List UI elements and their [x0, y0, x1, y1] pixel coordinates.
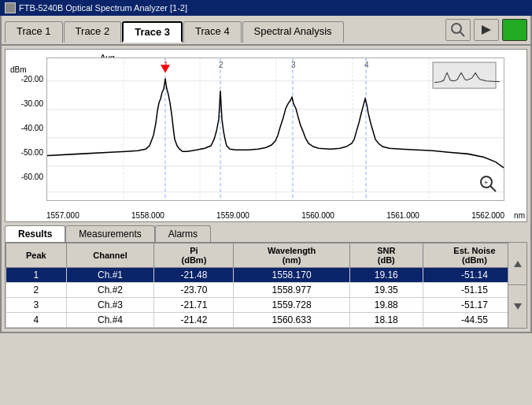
cell-peak: 4: [6, 313, 67, 328]
svg-marker-2: [482, 25, 491, 35]
col-peak: Peak: [6, 243, 67, 268]
svg-marker-21: [161, 65, 170, 72]
svg-text:4: 4: [364, 61, 369, 69]
tab-bar: Trace 1 Trace 2 Trace 3 Trace 4 Spectral…: [2, 16, 530, 46]
table-row[interactable]: 3Ch.#3-21.711559.72819.88-51.17: [6, 298, 526, 313]
svg-line-1: [460, 32, 465, 37]
search-button[interactable]: [445, 19, 471, 41]
tab-trace1[interactable]: Trace 1: [5, 21, 63, 43]
x-label-0: 1557.000: [46, 211, 79, 220]
cell-pi: -23.70: [154, 283, 234, 298]
y-label-5: -60.00: [9, 173, 43, 197]
cell-snr: 19.88: [349, 298, 423, 313]
dbm-label: dBm: [10, 65, 27, 74]
svg-text:3: 3: [291, 61, 296, 69]
tab-measurements[interactable]: Measurements: [65, 225, 154, 242]
scroll-down-icon: [513, 303, 523, 310]
scroll-up-button[interactable]: [508, 243, 526, 285]
col-pi: Pi(dBm): [154, 243, 234, 268]
chart-area: dBm Avg. -20.00 -30.00 -40.00 -50.00 -60…: [5, 49, 527, 222]
cell-peak: 3: [6, 298, 67, 313]
cell-snr: 18.18: [349, 313, 423, 328]
cell-wavelength: 1560.633: [234, 313, 349, 328]
svg-marker-27: [514, 303, 522, 310]
cell-peak: 1: [6, 268, 67, 283]
scroll-up-icon: [513, 260, 523, 268]
cell-snr: 19.16: [349, 268, 423, 283]
x-label-3: 1560.000: [301, 211, 334, 220]
scroll-down-button[interactable]: [508, 285, 526, 328]
y-label-1: -20.00: [9, 75, 43, 99]
cell-channel: Ch.#4: [66, 313, 154, 328]
y-label-2: -30.00: [9, 99, 43, 124]
cell-pi: -21.48: [154, 268, 234, 283]
tab-trace3[interactable]: Trace 3: [122, 21, 183, 43]
tab-actions: [445, 19, 527, 44]
main-container: Trace 1 Trace 2 Trace 3 Trace 4 Spectral…: [0, 16, 532, 333]
y-label-3: -40.00: [9, 124, 43, 148]
cell-wavelength: 1559.728: [234, 298, 349, 313]
tab-results[interactable]: Results: [5, 225, 65, 242]
tab-trace2[interactable]: Trace 2: [64, 21, 122, 43]
svg-point-0: [452, 24, 461, 33]
table-row[interactable]: 1Ch.#1-21.481558.17019.16-51.14: [6, 268, 526, 283]
results-table: Peak Channel Pi(dBm) Wavelength(nm) SNR(…: [6, 243, 526, 328]
tabs-left: Trace 1 Trace 2 Trace 3 Trace 4 Spectral…: [5, 21, 345, 43]
x-label-1: 1558.000: [131, 211, 164, 220]
cell-wavelength: 1558.977: [234, 283, 349, 298]
cell-pi: -21.42: [154, 313, 234, 328]
cell-wavelength: 1558.170: [234, 268, 349, 283]
cell-channel: Ch.#3: [66, 298, 154, 313]
table-header-row: Peak Channel Pi(dBm) Wavelength(nm) SNR(…: [6, 243, 526, 268]
chart-svg: 1 2 3 4: [47, 58, 504, 200]
cell-snr: 19.35: [349, 283, 423, 298]
results-tab-bar: Results Measurements Alarms: [5, 225, 527, 242]
tab-spectral[interactable]: Spectral Analysis: [242, 21, 344, 43]
tab-alarms[interactable]: Alarms: [155, 225, 211, 242]
table-row[interactable]: 4Ch.#4-21.421560.63318.18-44.55: [6, 313, 526, 328]
x-label-4: 1561.000: [386, 211, 419, 220]
zoom-chart-button[interactable]: +: [478, 173, 498, 196]
title-bar: FTB-5240B Optical Spectrum Analyzer [1-2…: [0, 0, 532, 16]
y-axis: -20.00 -30.00 -40.00 -50.00 -60.00: [9, 75, 43, 197]
svg-text:2: 2: [219, 61, 224, 69]
tab-trace4[interactable]: Trace 4: [183, 21, 242, 43]
x-axis: 1557.000 1558.000 1559.000 1560.000 1561…: [46, 211, 504, 220]
cell-pi: -21.71: [154, 298, 234, 313]
svg-marker-26: [514, 261, 522, 267]
col-channel: Channel: [66, 243, 154, 268]
scroll-arrows: [508, 243, 526, 328]
svg-text:+: +: [484, 179, 488, 187]
cell-channel: Ch.#1: [66, 268, 154, 283]
col-snr: SNR(dB): [349, 243, 423, 268]
x-label-2: 1559.000: [216, 211, 249, 220]
arrow-right-icon: [479, 23, 493, 37]
table-row[interactable]: 2Ch.#2-23.701558.97719.35-51.15: [6, 283, 526, 298]
data-table-container: Peak Channel Pi(dBm) Wavelength(nm) SNR(…: [5, 242, 527, 329]
app-icon: [5, 2, 16, 13]
svg-rect-22: [433, 62, 496, 88]
nm-label: nm: [514, 211, 525, 220]
cell-peak: 2: [6, 283, 67, 298]
zoom-icon: +: [478, 173, 498, 194]
y-label-4: -50.00: [9, 148, 43, 173]
svg-line-24: [490, 186, 496, 191]
green-indicator: [502, 19, 527, 41]
window-title: FTB-5240B Optical Spectrum Analyzer [1-2…: [19, 3, 187, 13]
x-label-5: 1562.000: [471, 211, 504, 220]
arrow-right-button[interactable]: [474, 19, 499, 41]
cell-channel: Ch.#2: [66, 283, 154, 298]
col-wavelength: Wavelength(nm): [234, 243, 349, 268]
search-icon: [449, 21, 467, 39]
chart-inner: 1 2 3 4: [46, 58, 504, 201]
